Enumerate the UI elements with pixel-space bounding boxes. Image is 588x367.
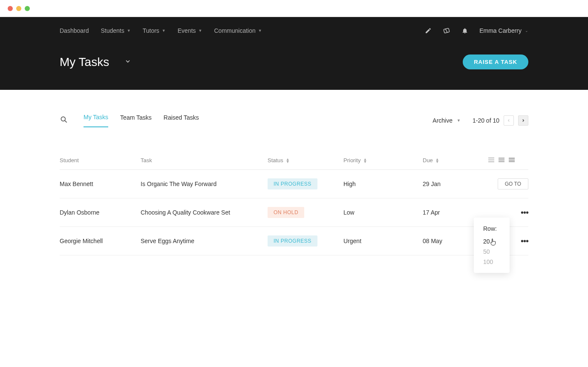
table-row[interactable]: Max BennettIs Organic The Way ForwardIN … (60, 170, 528, 198)
svg-point-2 (61, 117, 65, 121)
more-actions-icon[interactable]: ••• (521, 236, 528, 246)
view-wide-icon[interactable] (509, 157, 515, 163)
go-to-button[interactable]: GO TO (498, 178, 528, 189)
tab-team-tasks[interactable]: Team Tasks (120, 114, 152, 127)
top-nav: Dashboard Students▼ Tutors▼ Events▼ Comm… (60, 17, 528, 43)
svg-line-1 (445, 29, 447, 33)
svg-rect-11 (509, 160, 515, 162)
table-row[interactable]: Georgie MitchellServe Eggs AnytimeIN PRO… (60, 227, 528, 255)
table-body: Max BennettIs Organic The Way ForwardIN … (60, 170, 528, 255)
tab-my-tasks[interactable]: My Tasks (84, 114, 108, 127)
nav-label: Dashboard (60, 27, 89, 34)
caret-down-icon: ▼ (258, 29, 262, 33)
view-compact-icon[interactable] (488, 157, 494, 163)
edit-icon[interactable] (425, 27, 432, 34)
row-popup-label: Row: (483, 225, 500, 232)
page-title-wrap: My Tasks (60, 55, 131, 69)
cell-student: Georgie Mitchell (60, 238, 141, 244)
svg-rect-6 (488, 161, 494, 162)
nav-label: Communication (214, 27, 256, 34)
col-header-task[interactable]: Task (141, 157, 268, 163)
cell-priority: High (343, 181, 423, 187)
svg-rect-4 (488, 158, 494, 158)
tasks-table: Student Task Status▲▼ Priority▲▼ Due▲▼ M… (60, 157, 528, 255)
search-icon[interactable] (60, 115, 68, 126)
svg-rect-9 (499, 161, 504, 162)
cell-student: Dylan Osborne (60, 209, 141, 216)
page-title: My Tasks (60, 55, 109, 69)
ticket-icon[interactable] (443, 27, 450, 34)
cell-priority: Low (343, 209, 423, 216)
table-row[interactable]: Dylan OsborneChoosing A Quality Cookware… (60, 198, 528, 227)
tab-raised-tasks[interactable]: Raised Tasks (164, 114, 199, 127)
pager-next-button[interactable] (518, 115, 528, 126)
archive-label: Archive (432, 117, 453, 124)
cell-status: IN PROGRESS (268, 178, 343, 189)
user-name: Emma Carberry (479, 27, 522, 34)
cell-task: Serve Eggs Anytime (141, 238, 268, 244)
caret-down-icon: ▼ (162, 29, 166, 33)
pager-prev-button[interactable] (504, 115, 514, 126)
chevron-down-icon[interactable] (124, 58, 131, 66)
nav-students[interactable]: Students▼ (101, 27, 131, 34)
window-chrome (0, 0, 588, 17)
status-badge: IN PROGRESS (268, 178, 317, 189)
cell-task: Is Organic The Way Forward (141, 181, 268, 187)
tabs-row: My Tasks Team Tasks Raised Tasks Archive… (60, 90, 528, 127)
col-header-label: Status (268, 157, 283, 163)
cell-task: Choosing A Quality Cookware Set (141, 209, 268, 216)
sort-icon: ▲▼ (435, 158, 439, 163)
nav-dashboard[interactable]: Dashboard (60, 27, 89, 34)
row-option-20[interactable]: 20 (483, 236, 500, 247)
col-header-due[interactable]: Due▲▼ (423, 157, 489, 163)
nav-events[interactable]: Events▼ (178, 27, 202, 34)
header: Dashboard Students▼ Tutors▼ Events▼ Comm… (0, 17, 588, 90)
cell-status: ON HOLD (268, 207, 343, 218)
nav-label: Students (101, 27, 124, 34)
tabs-right: Archive ▼ 1-20 of 10 (432, 115, 528, 126)
nav-tutors[interactable]: Tutors▼ (143, 27, 166, 34)
col-header-student[interactable]: Student (60, 157, 141, 163)
archive-dropdown[interactable]: Archive ▼ (432, 117, 461, 124)
caret-down-icon: ▼ (199, 29, 202, 33)
close-window-dot[interactable] (8, 6, 13, 11)
maximize-window-dot[interactable] (25, 6, 30, 11)
row-actions: GO TO (498, 178, 528, 189)
sort-icon: ▲▼ (363, 158, 367, 163)
view-normal-icon[interactable] (499, 157, 504, 163)
table-header: Student Task Status▲▼ Priority▲▼ Due▲▼ (60, 157, 528, 170)
minimize-window-dot[interactable] (16, 6, 21, 11)
user-menu[interactable]: Emma Carberry ⌄ (479, 27, 528, 34)
more-actions-icon[interactable]: ••• (521, 208, 528, 218)
cell-student: Max Bennett (60, 181, 141, 187)
status-badge: IN PROGRESS (268, 235, 317, 247)
cell-due: 29 Jan (423, 181, 489, 187)
rows-per-page-popup: Row: 20 50 100 (474, 218, 510, 273)
bell-icon[interactable] (461, 27, 468, 34)
nav-communication[interactable]: Communication▼ (214, 27, 262, 34)
view-toggle-group (489, 157, 515, 163)
pager-text: 1-20 of 10 (473, 117, 499, 124)
row-actions: ••• (521, 208, 528, 218)
chevron-down-icon: ⌄ (525, 29, 528, 33)
svg-rect-8 (499, 159, 504, 161)
row-option-100[interactable]: 100 (483, 257, 500, 267)
svg-line-3 (65, 120, 67, 123)
row-option-50[interactable]: 50 (483, 247, 500, 257)
nav-right: Emma Carberry ⌄ (425, 27, 528, 34)
caret-down-icon: ▼ (127, 29, 131, 33)
cell-priority: Urgent (343, 238, 423, 244)
nav-left: Dashboard Students▼ Tutors▼ Events▼ Comm… (60, 27, 262, 34)
raise-task-button[interactable]: RAISE A TASK (463, 54, 528, 69)
caret-down-icon: ▼ (457, 118, 461, 123)
svg-rect-7 (499, 158, 504, 159)
row-actions: ••• (521, 236, 528, 246)
svg-rect-5 (488, 160, 494, 161)
nav-label: Events (178, 27, 196, 34)
col-header-priority[interactable]: Priority▲▼ (343, 157, 423, 163)
tabs-left: My Tasks Team Tasks Raised Tasks (60, 114, 199, 127)
col-header-status[interactable]: Status▲▼ (268, 157, 343, 163)
nav-label: Tutors (143, 27, 159, 34)
status-badge: ON HOLD (268, 207, 304, 218)
pager: 1-20 of 10 (473, 115, 528, 126)
